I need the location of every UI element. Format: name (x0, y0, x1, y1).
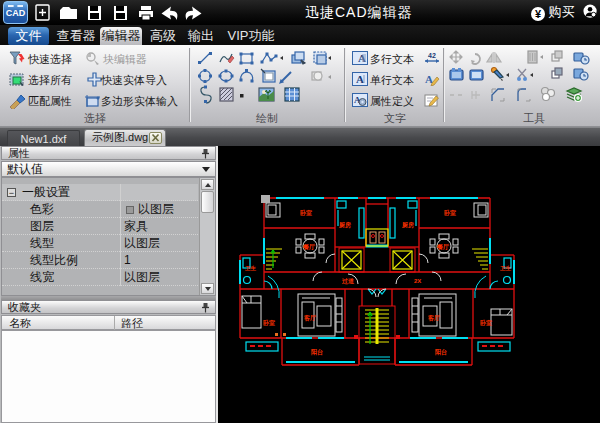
svg-text:卫生: 卫生 (244, 265, 257, 271)
svg-text:卧室: 卧室 (480, 319, 492, 326)
svg-text:卧室: 卧室 (444, 209, 456, 216)
svg-text:阳台: 阳台 (435, 348, 447, 356)
svg-text:卧室: 卧室 (263, 319, 275, 326)
svg-text:餐厅: 餐厅 (302, 243, 315, 251)
svg-text:餐厅: 餐厅 (436, 243, 449, 251)
svg-text:厨房: 厨房 (401, 221, 414, 229)
svg-text:阳台: 阳台 (311, 348, 323, 356)
svg-text:卫生: 卫生 (499, 265, 512, 271)
svg-text:2X: 2X (414, 278, 421, 284)
svg-text:42: 42 (428, 52, 436, 59)
svg-text:过道: 过道 (341, 277, 355, 285)
svg-text:客厅: 客厅 (427, 314, 440, 322)
svg-text:卧室: 卧室 (300, 209, 312, 216)
svg-text:PDF: PDF (116, 15, 125, 20)
svg-text:A: A (356, 73, 364, 85)
svg-text:客厅: 客厅 (303, 314, 316, 322)
svg-text:厨房: 厨房 (338, 221, 351, 229)
